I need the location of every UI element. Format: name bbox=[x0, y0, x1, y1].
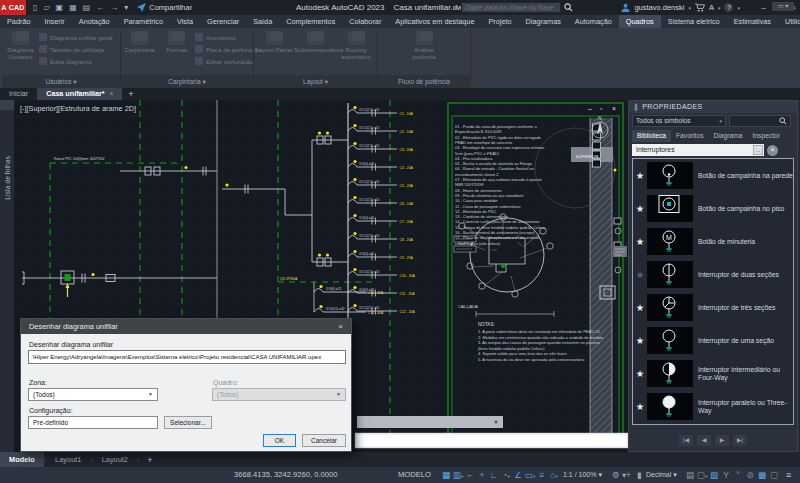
palette-tab-biblioteca[interactable]: Biblioteca bbox=[632, 130, 671, 142]
close-tab-icon[interactable]: × bbox=[110, 90, 114, 97]
ribbon-tab-padrão[interactable]: Padrão bbox=[0, 15, 38, 28]
ribbon-tab-quadros[interactable]: Quadros bbox=[619, 15, 661, 28]
formas-button[interactable]: Formas bbox=[158, 29, 195, 75]
isolate-indicator-icon[interactable]: ▮ bbox=[637, 467, 642, 483]
dynamic-input-toggle[interactable]: + bbox=[476, 467, 488, 483]
cart-icon[interactable] bbox=[695, 3, 705, 12]
editar-perfuracao-button[interactable]: Editar perfuração bbox=[195, 57, 261, 65]
ribbon-tab-saída[interactable]: Saída bbox=[246, 15, 279, 28]
layout2-tab[interactable]: Layout2 bbox=[93, 452, 137, 467]
new-drawing-tab-button[interactable]: + bbox=[122, 88, 139, 100]
symbol-list-item[interactable]: ★MBotão de minuteria bbox=[633, 225, 793, 258]
acessorios-button[interactable]: Acessórios bbox=[195, 33, 261, 41]
polar-tracking-toggle[interactable]: ◔▾ bbox=[500, 467, 512, 483]
favorite-star-icon[interactable]: ★ bbox=[633, 335, 647, 346]
symbol-list-item[interactable]: ★Botão de campainha na parede bbox=[633, 159, 793, 192]
snap-mode-toggle[interactable]: ▥▾ bbox=[452, 467, 464, 483]
ribbon-tab-automação[interactable]: Automação bbox=[568, 15, 619, 28]
undo-icon[interactable]: ← bbox=[93, 0, 107, 15]
graphics-monitor-toggle[interactable]: ▢▾ bbox=[696, 467, 708, 483]
annotation-scale-button[interactable]: 1:1 / 100% ▾ bbox=[563, 467, 602, 483]
ribbon-tab-inserir[interactable]: Inserir bbox=[38, 15, 72, 28]
group-label-carpintaria[interactable]: Carpintaria ▾ bbox=[121, 75, 253, 88]
units-button[interactable]: Decimal ▾ bbox=[646, 467, 677, 483]
carpintaria-button[interactable]: Carpintaria bbox=[121, 29, 158, 75]
hardware-acceleration-toggle[interactable]: ▩ bbox=[756, 467, 768, 483]
favorite-star-icon[interactable]: ★ bbox=[633, 302, 647, 313]
layout1-tab[interactable]: Layout1 bbox=[46, 452, 90, 467]
angle-snap-toggle[interactable]: ° bbox=[732, 467, 744, 483]
ribbon-tab-estimativas[interactable]: Estimativas bbox=[727, 15, 778, 28]
symbol-list-item[interactable]: ★Botão de campainha no piso bbox=[633, 192, 793, 225]
layout-painel-button[interactable]: Layout Painel bbox=[254, 29, 294, 75]
favorite-star-icon[interactable]: ★ bbox=[633, 368, 647, 379]
symbol-search-input[interactable] bbox=[729, 115, 791, 127]
first-page-button[interactable]: |◀ bbox=[679, 435, 693, 446]
next-page-button[interactable]: ▶ bbox=[715, 435, 729, 446]
autodesk-a-icon[interactable]: A bbox=[709, 3, 714, 12]
symbol-list-item[interactable]: ★Interruptor de três seções bbox=[633, 291, 793, 324]
ortho-mode-toggle[interactable]: ∟ bbox=[488, 467, 500, 483]
save-as-icon[interactable]: ▦ bbox=[66, 0, 80, 15]
workspace-gear-icon[interactable]: ⚙ ▾ bbox=[612, 467, 626, 483]
isolate-objects-toggle[interactable]: ⊘ bbox=[744, 467, 756, 483]
favorite-star-icon[interactable]: ★ bbox=[633, 401, 647, 412]
viewport-control-label[interactable]: [-][Superior][Estrutura de arame 2D] bbox=[20, 104, 136, 113]
clear-category-button[interactable]: × bbox=[767, 145, 778, 156]
ribbon-tab-colaborar[interactable]: Colaborar bbox=[342, 15, 388, 28]
ribbon-tab-diagramas[interactable]: Diagramas bbox=[519, 15, 568, 28]
palette-tab-diagrama[interactable]: Diagrama bbox=[709, 130, 748, 142]
ribbon-tab-sistema-eletrico[interactable]: Sistema eletrico bbox=[661, 15, 727, 28]
group-label-usuarios[interactable]: Usuários ▾ bbox=[2, 75, 120, 88]
palette-grip-icon[interactable]: ❚ bbox=[633, 103, 639, 110]
object-snap-toggle[interactable]: ▭▾ bbox=[524, 467, 536, 483]
ribbon-tab-gerenciar[interactable]: Gerenciar bbox=[200, 15, 246, 28]
zona-select[interactable]: (Todos)▼ bbox=[28, 388, 158, 401]
horizontal-scrollbar[interactable] bbox=[357, 416, 503, 428]
analise-potencia-button[interactable]: Análise potência bbox=[402, 29, 446, 75]
signed-in-user[interactable]: gustavo.denski bbox=[634, 3, 684, 12]
dialog-close-icon[interactable]: × bbox=[338, 319, 343, 334]
space-indicator[interactable]: MODELO bbox=[398, 467, 431, 483]
selecionar-button[interactable]: Selecionar... bbox=[164, 416, 212, 429]
ribbon-tab-projeto[interactable]: Projeto bbox=[481, 15, 518, 28]
infer-constraints-toggle[interactable]: ⌐ bbox=[464, 467, 476, 483]
viewport-restore-button[interactable]: ▫ bbox=[600, 105, 602, 112]
placa-de-perfuracao-button[interactable]: Placa de perfuração bbox=[195, 45, 261, 53]
symbol-list-item[interactable]: ★Interruptor intermediário ou Four-Way bbox=[633, 357, 793, 390]
plot-icon[interactable]: ▤ bbox=[80, 0, 94, 15]
favorite-star-icon[interactable]: ★ bbox=[633, 170, 647, 181]
file-tab-casa-unifamiliar[interactable]: Casa unifamiliar*× bbox=[37, 88, 122, 100]
configuracao-input[interactable]: Pré-definido bbox=[28, 416, 158, 429]
diagrama-unifilar-geral-button[interactable]: Diagrama unifilar geral bbox=[39, 33, 112, 41]
user-menu-caret-icon[interactable]: ▾ bbox=[688, 5, 691, 11]
dialog-title-bar[interactable]: Desenhar diagrama unifilar × bbox=[21, 319, 351, 334]
ribbon-tab-paramétrico[interactable]: Paramétrico bbox=[117, 15, 170, 28]
crosshair-icon[interactable]: + bbox=[626, 467, 631, 483]
save-icon[interactable]: ▣ bbox=[53, 0, 67, 15]
symbol-list-item[interactable]: ★Interruptor de uma seção bbox=[633, 324, 793, 357]
ribbon-tab-vista[interactable]: Vista bbox=[170, 15, 200, 28]
last-page-button[interactable]: ▶| bbox=[733, 435, 747, 446]
ok-button[interactable]: OK bbox=[263, 434, 296, 447]
palette-tab-favoritos[interactable]: Favoritos bbox=[671, 130, 709, 142]
ribbon-tab-anotação[interactable]: Anotação bbox=[72, 15, 117, 28]
lineweight-toggle[interactable]: ≡ bbox=[536, 467, 548, 483]
symbol-filter-select[interactable]: Todos os símbolos▾ bbox=[632, 115, 726, 127]
search-input[interactable] bbox=[461, 2, 561, 13]
previous-page-button[interactable]: ◀ bbox=[697, 435, 711, 446]
diagrama-usuarios-button[interactable]: Diagrama Usuarios bbox=[2, 29, 39, 75]
edita-diagrama-button[interactable]: Edita diagrama bbox=[39, 57, 112, 65]
palette-header[interactable]: ❚PROPRIEDADES bbox=[629, 101, 797, 113]
sheet-list-palette[interactable]: Lista de folhas bbox=[0, 100, 14, 452]
autocad-logo-icon[interactable]: A CAD bbox=[0, 0, 26, 15]
symbol-list-item[interactable]: ★Interruptor paralelo ou Three-Way bbox=[633, 390, 793, 423]
palette-tab-inspector[interactable]: Inspector bbox=[748, 130, 786, 142]
ribbon-tab-complementos[interactable]: Complementos bbox=[279, 15, 342, 28]
grid-toggle[interactable]: ▦ bbox=[440, 467, 452, 483]
browse-categories-button[interactable]: ... bbox=[753, 145, 763, 155]
clean-screen-toggle[interactable]: ▢ bbox=[768, 467, 780, 483]
new-layout-button[interactable]: + bbox=[139, 455, 160, 465]
tabelas-de-utilidade-button[interactable]: Tabelas de utilidade bbox=[39, 45, 112, 53]
share-button[interactable]: Compartilhar bbox=[137, 3, 192, 12]
